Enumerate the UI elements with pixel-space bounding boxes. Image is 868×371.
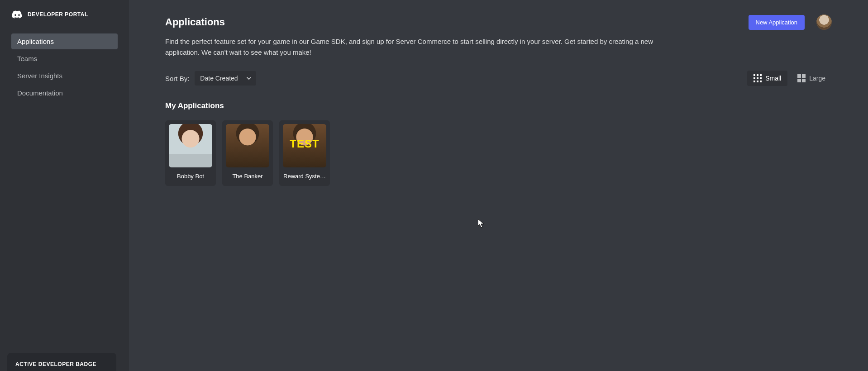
user-avatar[interactable] xyxy=(816,14,832,30)
svg-rect-5 xyxy=(760,77,762,79)
svg-rect-1 xyxy=(757,74,758,76)
sidebar-item-documentation[interactable]: Documentation xyxy=(11,85,118,101)
new-application-button[interactable]: New Application xyxy=(749,15,805,30)
svg-rect-11 xyxy=(797,79,801,82)
view-toggles: Small Large xyxy=(747,71,832,86)
sidebar-item-label: Applications xyxy=(17,38,54,45)
svg-rect-4 xyxy=(757,77,758,79)
svg-rect-6 xyxy=(754,81,755,82)
svg-rect-12 xyxy=(802,79,806,82)
view-small-button[interactable]: Small xyxy=(747,71,787,86)
sidebar: DEVELOPER PORTAL Applications Teams Serv… xyxy=(0,0,129,371)
svg-rect-9 xyxy=(797,74,801,78)
header-row: Applications New Application xyxy=(165,14,832,30)
sidebar-item-server-insights[interactable]: Server Insights xyxy=(11,68,118,84)
sidebar-item-label: Teams xyxy=(17,55,37,62)
sort-label: Sort By: xyxy=(165,75,189,82)
applications-grid: Bobby Bot The Banker Reward Syste… xyxy=(165,120,832,186)
discord-logo-icon xyxy=(11,10,23,19)
header-left: Applications xyxy=(165,16,749,28)
brand-title: DEVELOPER PORTAL xyxy=(28,11,88,18)
chevron-down-icon xyxy=(246,76,252,81)
grid-small-icon xyxy=(754,74,762,82)
app-thumbnail xyxy=(169,124,212,167)
badge-card-title: ACTIVE DEVELOPER BADGE xyxy=(15,361,108,367)
app-name: Bobby Bot xyxy=(169,173,212,180)
app-card-bobby-bot[interactable]: Bobby Bot xyxy=(165,120,216,186)
grid-large-icon xyxy=(797,74,806,82)
sidebar-item-teams[interactable]: Teams xyxy=(11,51,118,67)
page-title: Applications xyxy=(165,16,749,28)
svg-marker-13 xyxy=(478,219,484,228)
svg-rect-7 xyxy=(757,81,758,82)
intro-text: Find the perfect feature set for your ga… xyxy=(165,36,677,58)
svg-rect-0 xyxy=(754,74,755,76)
view-large-button[interactable]: Large xyxy=(791,71,832,86)
main-content: Applications New Application Find the pe… xyxy=(129,0,868,371)
svg-rect-10 xyxy=(802,74,806,78)
app-card-reward-system[interactable]: Reward Syste… xyxy=(279,120,330,186)
sidebar-item-label: Documentation xyxy=(17,89,63,97)
sort-select-value: Date Created xyxy=(200,75,238,82)
sidebar-item-applications[interactable]: Applications xyxy=(11,33,118,49)
app-card-the-banker[interactable]: The Banker xyxy=(222,120,273,186)
view-large-label: Large xyxy=(809,75,825,82)
app-thumbnail xyxy=(283,124,326,167)
sort-left: Sort By: Date Created xyxy=(165,71,256,86)
sidebar-nav: Applications Teams Server Insights Docum… xyxy=(0,33,129,101)
app-thumbnail xyxy=(226,124,269,167)
sort-select[interactable]: Date Created xyxy=(195,71,256,86)
app-name: The Banker xyxy=(226,173,269,180)
cursor-icon xyxy=(478,219,484,228)
sort-row: Sort By: Date Created xyxy=(165,71,832,86)
view-small-label: Small xyxy=(765,75,781,82)
sidebar-item-label: Server Insights xyxy=(17,72,62,80)
section-title: My Applications xyxy=(165,101,832,110)
brand: DEVELOPER PORTAL xyxy=(0,0,129,33)
app-name: Reward Syste… xyxy=(283,173,326,180)
svg-rect-2 xyxy=(760,74,762,76)
header-actions: New Application xyxy=(749,14,832,30)
svg-rect-8 xyxy=(760,81,762,82)
active-developer-badge-card[interactable]: ACTIVE DEVELOPER BADGE xyxy=(7,353,116,371)
svg-rect-3 xyxy=(754,77,755,79)
